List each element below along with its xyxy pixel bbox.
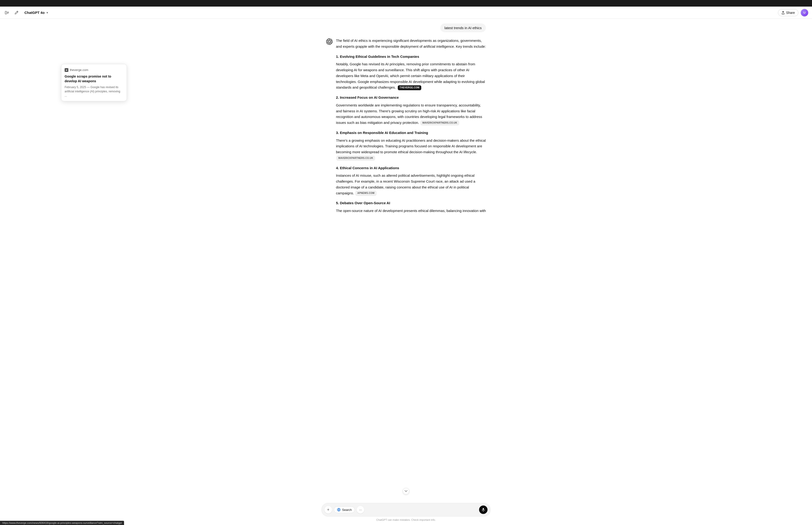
status-bar — [0, 0, 812, 6]
input-container: + Search ··· — [321, 503, 491, 516]
section-2-body: Governments worldwide are implementing r… — [336, 103, 486, 126]
section-3-body: There's a growing emphasis on educating … — [336, 138, 486, 161]
url-bar: https://www.theverge.com/news/606418/goo… — [0, 521, 124, 525]
svg-rect-0 — [5, 11, 6, 14]
mic-icon — [481, 508, 485, 512]
model-selector[interactable]: ChatGPT 4o ▼ — [22, 10, 50, 15]
plus-icon: + — [327, 507, 330, 512]
citation-badge-theverge[interactable]: THEVERGE.COM — [398, 85, 422, 90]
search-label: Search — [342, 508, 352, 512]
response-intro: The field of AI ethics is experiencing s… — [336, 38, 486, 49]
share-icon — [781, 11, 785, 14]
attach-button[interactable]: + — [324, 506, 332, 513]
model-name: ChatGPT 4o — [25, 11, 45, 15]
topbar: ChatGPT 4o ▼ Share U — [0, 6, 812, 19]
new-chat-button[interactable] — [13, 10, 20, 16]
chat-input[interactable] — [366, 508, 477, 512]
search-button[interactable]: Search — [334, 507, 355, 513]
globe-icon — [337, 508, 341, 512]
assistant-response: The field of AI ethics is experiencing s… — [326, 38, 486, 215]
section-1-body: Notably, Google has revised its AI princ… — [336, 61, 486, 90]
user-bubble: latest trends in AI ethics — [440, 24, 486, 32]
user-avatar[interactable]: U — [801, 9, 808, 16]
tooltip-title: Google scraps promise not to develop AI … — [65, 74, 123, 84]
sidebar-toggle-button[interactable] — [4, 10, 10, 16]
disclaimer-text: ChatGPT can make mistakes. Check importa… — [377, 519, 436, 521]
mic-button[interactable] — [479, 506, 488, 514]
section-5-title: 5. Debates Over Open-Source AI — [336, 200, 486, 206]
section-4-title: 4. Ethical Concerns in AI Applications — [336, 165, 486, 171]
citation-badge-apnews[interactable]: APNEWS.COM — [355, 191, 377, 196]
main-content: latest trends in AI ethics The field of … — [0, 19, 812, 525]
more-icon: ··· — [359, 508, 362, 512]
topbar-right: Share U — [778, 9, 808, 16]
model-chevron-icon: ▼ — [46, 11, 49, 14]
citation-badge-maverick-1[interactable]: MAVERICKPARTNERS.CO.UK — [420, 121, 459, 125]
content-wrapper: latest trends in AI ethics The field of … — [321, 24, 491, 222]
section-1-title: 1. Evolving Ethical Guidelines in Tech C… — [336, 54, 486, 60]
tooltip-domain: theverge.com — [70, 68, 88, 72]
user-prompt-area: latest trends in AI ethics — [326, 24, 486, 32]
tooltip-favicon — [65, 68, 68, 72]
svg-rect-2 — [483, 508, 484, 510]
section-5-body: The open-source nature of AI development… — [336, 208, 486, 214]
share-button[interactable]: Share — [778, 9, 798, 16]
tooltip-excerpt: February 5, 2025 — Google has revised it… — [65, 85, 123, 98]
section-3-title: 3. Emphasis on Responsible AI Education … — [336, 130, 486, 136]
citation-badge-maverick-2[interactable]: MAVERICKPARTNERS.CO.UK — [336, 156, 375, 161]
assistant-icon — [326, 38, 333, 45]
scroll-down-button[interactable] — [403, 488, 409, 494]
tooltip-source-row: theverge.com — [65, 68, 123, 72]
citation-tooltip-popup: theverge.com Google scraps promise not t… — [61, 64, 127, 101]
topbar-left: ChatGPT 4o ▼ — [4, 10, 50, 16]
section-4-body: Instances of AI misuse, such as altered … — [336, 173, 486, 196]
section-2-title: 2. Increased Focus on AI Governance — [336, 95, 486, 101]
response-body: The field of AI ethics is experiencing s… — [336, 38, 486, 215]
more-options-button[interactable]: ··· — [357, 506, 364, 513]
